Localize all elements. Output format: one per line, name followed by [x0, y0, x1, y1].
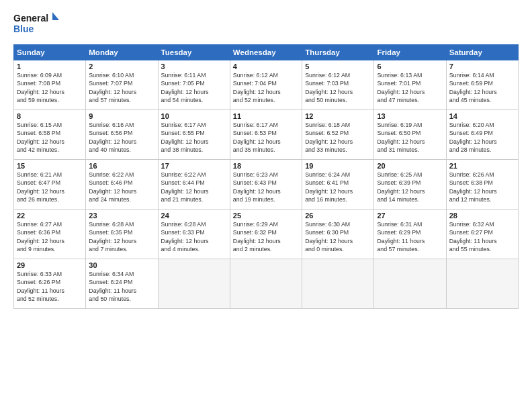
- day-info: Sunrise: 6:27 AM Sunset: 6:36 PM Dayligh…: [17, 220, 83, 253]
- day-number: 19: [305, 162, 371, 170]
- day-number: 18: [233, 162, 299, 170]
- day-number: 28: [449, 212, 515, 220]
- calendar-cell: 16Sunrise: 6:22 AM Sunset: 6:46 PM Dayli…: [86, 160, 158, 210]
- day-number: 10: [161, 112, 227, 120]
- day-info: Sunrise: 6:32 AM Sunset: 6:27 PM Dayligh…: [449, 220, 515, 253]
- day-number: 2: [89, 62, 154, 71]
- day-number: 1: [17, 62, 83, 71]
- calendar-cell: 17Sunrise: 6:22 AM Sunset: 6:44 PM Dayli…: [158, 160, 230, 210]
- day-number: 21: [449, 162, 515, 170]
- calendar-cell: [158, 259, 230, 309]
- calendar-cell: 13Sunrise: 6:19 AM Sunset: 6:50 PM Dayli…: [374, 110, 446, 160]
- calendar-week-2: 8Sunrise: 6:15 AM Sunset: 6:58 PM Daylig…: [14, 110, 519, 160]
- calendar-cell: [302, 259, 374, 309]
- calendar-header-thursday: Thursday: [302, 45, 374, 60]
- day-info: Sunrise: 6:25 AM Sunset: 6:39 PM Dayligh…: [377, 171, 443, 203]
- calendar-cell: 26Sunrise: 6:30 AM Sunset: 6:30 PM Dayli…: [302, 210, 374, 259]
- day-info: Sunrise: 6:26 AM Sunset: 6:38 PM Dayligh…: [449, 171, 515, 203]
- day-info: Sunrise: 6:24 AM Sunset: 6:41 PM Dayligh…: [305, 171, 371, 203]
- day-number: 11: [233, 112, 299, 120]
- day-info: Sunrise: 6:12 AM Sunset: 7:03 PM Dayligh…: [305, 71, 371, 104]
- day-number: 16: [89, 162, 154, 170]
- day-number: 22: [17, 212, 83, 220]
- calendar-cell: 1Sunrise: 6:09 AM Sunset: 7:08 PM Daylig…: [14, 60, 86, 110]
- calendar-cell: 7Sunrise: 6:14 AM Sunset: 6:59 PM Daylig…: [446, 60, 518, 110]
- day-info: Sunrise: 6:22 AM Sunset: 6:44 PM Dayligh…: [161, 171, 227, 203]
- day-number: 7: [449, 62, 515, 71]
- calendar-cell: 10Sunrise: 6:17 AM Sunset: 6:55 PM Dayli…: [158, 110, 230, 160]
- calendar-week-1: 1Sunrise: 6:09 AM Sunset: 7:08 PM Daylig…: [14, 60, 519, 110]
- calendar-header-tuesday: Tuesday: [158, 45, 230, 60]
- day-number: 8: [17, 112, 83, 120]
- calendar-cell: 14Sunrise: 6:20 AM Sunset: 6:49 PM Dayli…: [446, 110, 518, 160]
- day-number: 24: [161, 212, 227, 220]
- calendar-table: SundayMondayTuesdayWednesdayThursdayFrid…: [13, 44, 519, 309]
- logo: General Blue: [13, 11, 60, 38]
- day-info: Sunrise: 6:15 AM Sunset: 6:58 PM Dayligh…: [17, 121, 83, 154]
- day-info: Sunrise: 6:14 AM Sunset: 6:59 PM Dayligh…: [449, 71, 515, 104]
- calendar-header-saturday: Saturday: [446, 45, 518, 60]
- day-info: Sunrise: 6:17 AM Sunset: 6:53 PM Dayligh…: [233, 121, 299, 154]
- day-number: 3: [161, 62, 227, 71]
- day-info: Sunrise: 6:19 AM Sunset: 6:50 PM Dayligh…: [377, 121, 443, 154]
- day-number: 5: [305, 62, 371, 71]
- calendar-header-friday: Friday: [374, 45, 446, 60]
- day-info: Sunrise: 6:20 AM Sunset: 6:49 PM Dayligh…: [449, 121, 515, 154]
- calendar-cell: [446, 259, 518, 309]
- day-info: Sunrise: 6:18 AM Sunset: 6:52 PM Dayligh…: [305, 121, 371, 154]
- logo-svg: General Blue: [13, 11, 60, 38]
- day-number: 9: [89, 112, 154, 120]
- day-number: 26: [305, 212, 371, 220]
- day-info: Sunrise: 6:17 AM Sunset: 6:55 PM Dayligh…: [161, 121, 227, 154]
- calendar-cell: 29Sunrise: 6:33 AM Sunset: 6:26 PM Dayli…: [14, 259, 86, 309]
- calendar-cell: 25Sunrise: 6:29 AM Sunset: 6:32 PM Dayli…: [230, 210, 302, 259]
- day-info: Sunrise: 6:16 AM Sunset: 6:56 PM Dayligh…: [89, 121, 154, 154]
- day-info: Sunrise: 6:12 AM Sunset: 7:04 PM Dayligh…: [233, 71, 299, 104]
- calendar-cell: 23Sunrise: 6:28 AM Sunset: 6:35 PM Dayli…: [86, 210, 158, 259]
- calendar-header-wednesday: Wednesday: [230, 45, 302, 60]
- day-info: Sunrise: 6:28 AM Sunset: 6:35 PM Dayligh…: [89, 220, 154, 253]
- calendar-cell: 6Sunrise: 6:13 AM Sunset: 7:01 PM Daylig…: [374, 60, 446, 110]
- day-number: 20: [377, 162, 443, 170]
- calendar-cell: 20Sunrise: 6:25 AM Sunset: 6:39 PM Dayli…: [374, 160, 446, 210]
- calendar-cell: [230, 259, 302, 309]
- day-info: Sunrise: 6:31 AM Sunset: 6:29 PM Dayligh…: [377, 220, 443, 253]
- calendar-cell: 2Sunrise: 6:10 AM Sunset: 7:07 PM Daylig…: [86, 60, 158, 110]
- day-number: 6: [377, 62, 443, 71]
- day-info: Sunrise: 6:21 AM Sunset: 6:47 PM Dayligh…: [17, 171, 83, 203]
- day-info: Sunrise: 6:09 AM Sunset: 7:08 PM Dayligh…: [17, 71, 83, 104]
- day-number: 13: [377, 112, 443, 120]
- calendar-cell: 18Sunrise: 6:23 AM Sunset: 6:43 PM Dayli…: [230, 160, 302, 210]
- day-number: 27: [377, 212, 443, 220]
- calendar-cell: 24Sunrise: 6:28 AM Sunset: 6:33 PM Dayli…: [158, 210, 230, 259]
- day-number: 15: [17, 162, 83, 170]
- day-number: 30: [89, 261, 154, 269]
- day-info: Sunrise: 6:28 AM Sunset: 6:33 PM Dayligh…: [161, 220, 227, 253]
- calendar-cell: 4Sunrise: 6:12 AM Sunset: 7:04 PM Daylig…: [230, 60, 302, 110]
- calendar-cell: [374, 259, 446, 309]
- calendar-cell: 8Sunrise: 6:15 AM Sunset: 6:58 PM Daylig…: [14, 110, 86, 160]
- svg-marker-2: [52, 12, 59, 20]
- day-info: Sunrise: 6:23 AM Sunset: 6:43 PM Dayligh…: [233, 171, 299, 203]
- day-number: 23: [89, 212, 154, 220]
- calendar-cell: 21Sunrise: 6:26 AM Sunset: 6:38 PM Dayli…: [446, 160, 518, 210]
- day-number: 25: [233, 212, 299, 220]
- calendar-week-5: 29Sunrise: 6:33 AM Sunset: 6:26 PM Dayli…: [14, 259, 519, 309]
- day-info: Sunrise: 6:33 AM Sunset: 6:26 PM Dayligh…: [17, 270, 83, 303]
- day-info: Sunrise: 6:30 AM Sunset: 6:30 PM Dayligh…: [305, 220, 371, 253]
- calendar-cell: 11Sunrise: 6:17 AM Sunset: 6:53 PM Dayli…: [230, 110, 302, 160]
- calendar-cell: 28Sunrise: 6:32 AM Sunset: 6:27 PM Dayli…: [446, 210, 518, 259]
- calendar-cell: 12Sunrise: 6:18 AM Sunset: 6:52 PM Dayli…: [302, 110, 374, 160]
- svg-text:General: General: [13, 13, 48, 24]
- calendar-cell: 5Sunrise: 6:12 AM Sunset: 7:03 PM Daylig…: [302, 60, 374, 110]
- day-number: 12: [305, 112, 371, 120]
- calendar-cell: 3Sunrise: 6:11 AM Sunset: 7:05 PM Daylig…: [158, 60, 230, 110]
- day-number: 14: [449, 112, 515, 120]
- day-info: Sunrise: 6:34 AM Sunset: 6:24 PM Dayligh…: [89, 270, 154, 303]
- day-info: Sunrise: 6:11 AM Sunset: 7:05 PM Dayligh…: [161, 71, 227, 104]
- calendar-week-3: 15Sunrise: 6:21 AM Sunset: 6:47 PM Dayli…: [14, 160, 519, 210]
- calendar-header-monday: Monday: [86, 45, 158, 60]
- calendar-cell: 19Sunrise: 6:24 AM Sunset: 6:41 PM Dayli…: [302, 160, 374, 210]
- calendar-cell: 15Sunrise: 6:21 AM Sunset: 6:47 PM Dayli…: [14, 160, 86, 210]
- day-number: 4: [233, 62, 299, 71]
